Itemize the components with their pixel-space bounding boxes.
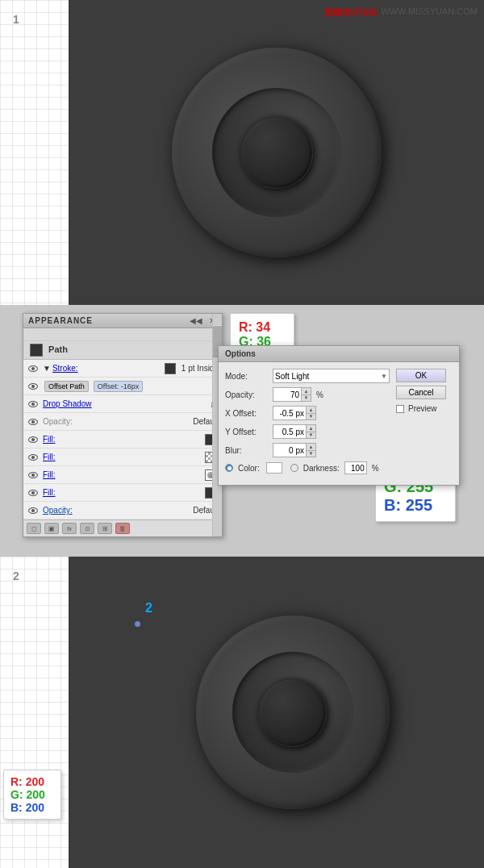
watermark-site1: 思路设计论坛 [324,6,378,19]
stroke-arrow: ▼ [43,364,51,373]
preview-checkbox[interactable] [396,405,404,413]
opacity-up-arrow[interactable]: ▲ [302,388,311,395]
cancel-button[interactable]: Cancel [396,386,446,399]
annotation-dot [135,621,140,627]
footer-duplicate-btn[interactable]: ⊙ [80,523,94,534]
stroke-eye-icon[interactable] [27,363,40,374]
fill1-row: Fill: [23,431,222,449]
fill2-row: Fill: [23,449,222,466]
section2-main: 2 [69,557,484,868]
opacity-stepper: ▲ ▼ [273,387,311,402]
blur-arrows: ▲ ▼ [307,443,316,457]
panel-content: Path ▼ Stroke: 1 pt Inside Offset Path O… [23,341,222,520]
options-panel: Options Mode: Soft Light ▼ Opacity: ▲ ▼ [218,345,460,486]
section2-grid-bg: 2 R: 200 G: 200 B: 200 [0,557,69,868]
x-offset-arrows: ▲ ▼ [307,406,316,420]
opacity2-label: Opacity: [43,506,190,515]
path-label: Path [48,344,68,354]
fill2-label[interactable]: Fill: [43,453,202,461]
opacity-eye-icon[interactable] [27,416,40,428]
fill3-eye-icon[interactable] [27,469,40,481]
drop-shadow-eye-icon[interactable] [27,399,40,410]
opacity-row: Opacity: Default [23,413,222,431]
options-opacity-row: Opacity: ▲ ▼ % [225,387,390,402]
x-offset-stepper: ▲ ▼ [273,406,316,420]
drop-shadow-row: Drop Shadow fx [23,395,222,413]
y-offset-input[interactable] [273,424,307,439]
section1-grid-bg: 1 [0,0,69,305]
x-offset-input[interactable] [273,406,307,420]
s2-color-b: B: 200 [10,801,54,814]
blur-input[interactable] [273,443,307,457]
preview-label: Preview [408,404,437,413]
offset-value: Offset: -16px [94,381,143,392]
options-left: Mode: Soft Light ▼ Opacity: ▲ ▼ % [225,369,390,478]
stroke-label[interactable]: Stroke: [52,364,162,373]
mode-select[interactable]: Soft Light ▼ [273,369,390,383]
color-radio[interactable] [225,464,233,472]
blur-down-arrow[interactable]: ▼ [307,451,315,457]
fill4-eye-icon[interactable] [27,487,40,499]
s2-color-g: G: 200 [10,788,54,801]
fill1-eye-icon[interactable] [27,434,40,445]
y-offset-stepper: ▲ ▼ [273,424,316,439]
opacity-arrows: ▲ ▼ [302,387,311,402]
thumbnail-box [30,344,43,357]
section1-container: 1 [0,0,484,305]
options-right: OK Cancel Preview [396,369,453,478]
stroke-row: ▼ Stroke: 1 pt Inside [23,360,222,378]
blur-stepper: ▲ ▼ [273,443,316,457]
fill3-row: Fill: [23,466,222,484]
ok-button[interactable]: OK [396,369,446,382]
footer-add-stroke-btn[interactable]: ◻ [27,523,41,534]
x-offset-down-arrow[interactable]: ▼ [307,414,315,420]
s2-inner-circle [258,678,327,747]
footer-delete-btn[interactable]: 🗑 [115,523,130,534]
offset-eye-icon[interactable] [27,381,40,392]
panel-minimize-btn[interactable]: ◀◀ [188,316,204,325]
x-offset-row: X Offset: ▲ ▼ [225,406,390,420]
footer-fx-btn[interactable]: fx [62,523,77,534]
inner-circle [240,116,313,189]
mode-value: Soft Light [275,372,309,381]
path-label-row: Path [23,341,222,360]
circles-design [164,40,390,265]
opacity-down-arrow[interactable]: ▼ [302,395,311,402]
fill3-label[interactable]: Fill: [43,470,202,479]
appearance-panel: APPEARANCE ◀◀ ✕ ☰ Path ▼ Stroke: 1 pt In… [23,313,223,537]
darkness-input[interactable] [344,461,367,474]
fill1-label[interactable]: Fill: [43,435,202,444]
drop-shadow-label[interactable]: Drop Shadow [43,399,204,408]
step2-number: 2 [13,570,19,582]
opacity-input[interactable] [273,387,302,402]
fill2-eye-icon[interactable] [27,452,40,463]
color-darkness-row: Color: Darkness: % [225,461,390,474]
opacity-label: Opacity: [43,417,190,426]
fill4-label[interactable]: Fill: [43,488,202,497]
darkness-label: Darkness: [303,464,340,473]
mode-row: Mode: Soft Light ▼ [225,369,390,383]
color-b-255: B: 255 [384,496,447,515]
blur-up-arrow[interactable]: ▲ [307,444,315,451]
x-offset-up-arrow[interactable]: ▲ [307,407,315,414]
annotation-number: 2 [145,601,152,616]
footer-add-fill-btn[interactable]: ▣ [44,523,59,534]
opacity-unit: % [316,390,323,399]
opacity2-row: Opacity: Default [23,502,222,520]
y-offset-down-arrow[interactable]: ▼ [307,432,315,439]
fill4-row: Fill: [23,484,222,502]
color-r-value: R: 34 [239,320,286,335]
mode-dropdown-arrow: ▼ [381,373,387,380]
y-offset-up-arrow[interactable]: ▲ [307,425,315,432]
color-swatch[interactable] [266,462,282,474]
darkness-radio[interactable] [290,464,298,472]
offset-path-btn[interactable]: Offset Path [44,381,89,392]
panel-footer: ◻ ▣ fx ⊙ ⊞ 🗑 [23,520,222,536]
footer-move-btn[interactable]: ⊞ [98,523,112,534]
stroke-color-swatch[interactable] [165,363,176,374]
color-box-200: R: 200 G: 200 B: 200 [3,770,61,820]
color-label: Color: [238,464,260,473]
y-offset-arrows: ▲ ▼ [307,424,316,439]
x-offset-label: X Offset: [225,409,269,418]
opacity2-eye-icon[interactable] [27,505,40,516]
